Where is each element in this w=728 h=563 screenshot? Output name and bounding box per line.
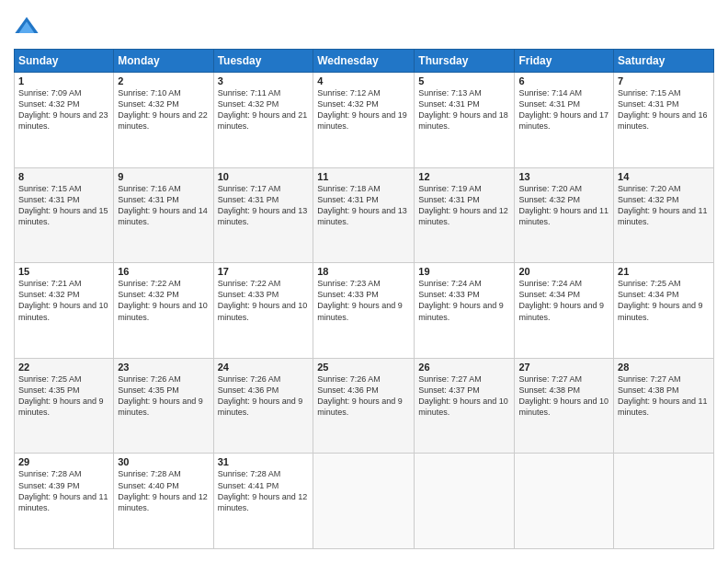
calendar-cell: 17 Sunrise: 7:22 AMSunset: 4:33 PMDaylig… <box>213 263 313 359</box>
header-day-tuesday: Tuesday <box>213 50 313 73</box>
calendar-cell <box>313 454 415 549</box>
calendar-cell: 23 Sunrise: 7:26 AMSunset: 4:35 PMDaylig… <box>114 358 213 454</box>
calendar-cell: 27 Sunrise: 7:27 AMSunset: 4:38 PMDaylig… <box>515 358 614 454</box>
day-info: Sunrise: 7:12 AMSunset: 4:32 PMDaylight:… <box>317 88 407 131</box>
calendar-cell: 13 Sunrise: 7:20 AMSunset: 4:32 PMDaylig… <box>515 167 614 263</box>
day-number: 29 <box>18 456 109 467</box>
day-number: 15 <box>18 266 109 277</box>
header-day-thursday: Thursday <box>415 50 515 73</box>
day-info: Sunrise: 7:28 AMSunset: 4:39 PMDaylight:… <box>18 469 108 511</box>
calendar-cell <box>614 454 714 549</box>
day-info: Sunrise: 7:27 AMSunset: 4:38 PMDaylight:… <box>618 374 708 417</box>
header-day-friday: Friday <box>515 50 614 73</box>
calendar-cell: 1 Sunrise: 7:09 AMSunset: 4:32 PMDayligh… <box>15 73 114 168</box>
day-info: Sunrise: 7:11 AMSunset: 4:32 PMDaylight:… <box>218 88 308 131</box>
calendar-week-4: 22 Sunrise: 7:25 AMSunset: 4:35 PMDaylig… <box>15 358 714 454</box>
day-info: Sunrise: 7:15 AMSunset: 4:31 PMDaylight:… <box>618 88 708 131</box>
day-info: Sunrise: 7:27 AMSunset: 4:37 PMDaylight:… <box>418 374 508 417</box>
day-number: 5 <box>418 75 510 86</box>
calendar-cell: 15 Sunrise: 7:21 AMSunset: 4:32 PMDaylig… <box>15 263 114 359</box>
day-number: 24 <box>218 362 310 373</box>
day-number: 19 <box>418 266 510 277</box>
calendar-cell: 24 Sunrise: 7:26 AMSunset: 4:36 PMDaylig… <box>213 358 313 454</box>
header <box>14 14 714 40</box>
logo <box>14 14 43 40</box>
calendar-cell: 19 Sunrise: 7:24 AMSunset: 4:33 PMDaylig… <box>415 263 515 359</box>
calendar-table: SundayMondayTuesdayWednesdayThursdayFrid… <box>14 49 714 549</box>
day-info: Sunrise: 7:22 AMSunset: 4:33 PMDaylight:… <box>218 279 308 321</box>
day-number: 21 <box>618 266 710 277</box>
calendar-cell: 10 Sunrise: 7:17 AMSunset: 4:31 PMDaylig… <box>213 167 313 263</box>
day-number: 3 <box>218 75 310 86</box>
calendar-body: 1 Sunrise: 7:09 AMSunset: 4:32 PMDayligh… <box>15 73 714 549</box>
day-info: Sunrise: 7:24 AMSunset: 4:33 PMDaylight:… <box>418 279 504 321</box>
day-number: 30 <box>118 456 209 467</box>
day-number: 17 <box>218 266 310 277</box>
day-number: 26 <box>418 362 510 373</box>
calendar-week-2: 8 Sunrise: 7:15 AMSunset: 4:31 PMDayligh… <box>15 167 714 263</box>
calendar-cell: 21 Sunrise: 7:25 AMSunset: 4:34 PMDaylig… <box>614 263 714 359</box>
day-info: Sunrise: 7:10 AMSunset: 4:32 PMDaylight:… <box>118 88 208 131</box>
calendar-cell <box>515 454 614 549</box>
day-number: 28 <box>618 362 710 373</box>
calendar-cell: 29 Sunrise: 7:28 AMSunset: 4:39 PMDaylig… <box>15 454 114 549</box>
day-info: Sunrise: 7:17 AMSunset: 4:31 PMDaylight:… <box>218 184 308 226</box>
day-info: Sunrise: 7:28 AMSunset: 4:41 PMDaylight:… <box>218 469 308 511</box>
calendar-cell: 12 Sunrise: 7:19 AMSunset: 4:31 PMDaylig… <box>415 167 515 263</box>
calendar-cell: 7 Sunrise: 7:15 AMSunset: 4:31 PMDayligh… <box>614 73 714 168</box>
day-info: Sunrise: 7:28 AMSunset: 4:40 PMDaylight:… <box>118 469 208 511</box>
calendar-cell: 5 Sunrise: 7:13 AMSunset: 4:31 PMDayligh… <box>415 73 515 168</box>
day-info: Sunrise: 7:18 AMSunset: 4:31 PMDaylight:… <box>317 184 407 226</box>
day-info: Sunrise: 7:27 AMSunset: 4:38 PMDaylight:… <box>518 374 609 417</box>
header-day-wednesday: Wednesday <box>313 50 415 73</box>
calendar-cell: 31 Sunrise: 7:28 AMSunset: 4:41 PMDaylig… <box>213 454 313 549</box>
calendar-cell: 11 Sunrise: 7:18 AMSunset: 4:31 PMDaylig… <box>313 167 415 263</box>
calendar-week-3: 15 Sunrise: 7:21 AMSunset: 4:32 PMDaylig… <box>15 263 714 359</box>
day-number: 10 <box>218 171 310 182</box>
calendar-cell: 6 Sunrise: 7:14 AMSunset: 4:31 PMDayligh… <box>515 73 614 168</box>
calendar-cell: 28 Sunrise: 7:27 AMSunset: 4:38 PMDaylig… <box>614 358 714 454</box>
header-day-monday: Monday <box>114 50 213 73</box>
day-info: Sunrise: 7:20 AMSunset: 4:32 PMDaylight:… <box>618 184 708 226</box>
header-row: SundayMondayTuesdayWednesdayThursdayFrid… <box>15 50 714 73</box>
day-number: 23 <box>118 362 209 373</box>
day-info: Sunrise: 7:26 AMSunset: 4:35 PMDaylight:… <box>118 374 203 417</box>
day-number: 20 <box>518 266 609 277</box>
day-number: 11 <box>317 171 410 182</box>
day-info: Sunrise: 7:26 AMSunset: 4:36 PMDaylight:… <box>317 374 403 417</box>
day-number: 8 <box>18 171 109 182</box>
calendar-week-5: 29 Sunrise: 7:28 AMSunset: 4:39 PMDaylig… <box>15 454 714 549</box>
day-info: Sunrise: 7:13 AMSunset: 4:31 PMDaylight:… <box>418 88 508 131</box>
day-number: 27 <box>518 362 609 373</box>
day-info: Sunrise: 7:25 AMSunset: 4:34 PMDaylight:… <box>618 279 703 321</box>
calendar-cell: 3 Sunrise: 7:11 AMSunset: 4:32 PMDayligh… <box>213 73 313 168</box>
day-info: Sunrise: 7:15 AMSunset: 4:31 PMDaylight:… <box>18 184 108 226</box>
calendar-cell <box>415 454 515 549</box>
day-number: 18 <box>317 266 410 277</box>
day-info: Sunrise: 7:20 AMSunset: 4:32 PMDaylight:… <box>518 184 609 226</box>
day-info: Sunrise: 7:24 AMSunset: 4:34 PMDaylight:… <box>518 279 604 321</box>
day-number: 22 <box>18 362 109 373</box>
page: SundayMondayTuesdayWednesdayThursdayFrid… <box>0 0 728 563</box>
day-number: 31 <box>218 456 310 467</box>
day-number: 12 <box>418 171 510 182</box>
header-day-saturday: Saturday <box>614 50 714 73</box>
calendar-cell: 2 Sunrise: 7:10 AMSunset: 4:32 PMDayligh… <box>114 73 213 168</box>
day-number: 4 <box>317 75 410 86</box>
day-info: Sunrise: 7:25 AMSunset: 4:35 PMDaylight:… <box>18 374 104 417</box>
calendar-cell: 30 Sunrise: 7:28 AMSunset: 4:40 PMDaylig… <box>114 454 213 549</box>
calendar-cell: 16 Sunrise: 7:22 AMSunset: 4:32 PMDaylig… <box>114 263 213 359</box>
calendar-cell: 20 Sunrise: 7:24 AMSunset: 4:34 PMDaylig… <box>515 263 614 359</box>
calendar-cell: 22 Sunrise: 7:25 AMSunset: 4:35 PMDaylig… <box>15 358 114 454</box>
day-info: Sunrise: 7:14 AMSunset: 4:31 PMDaylight:… <box>518 88 609 131</box>
day-number: 16 <box>118 266 209 277</box>
day-info: Sunrise: 7:22 AMSunset: 4:32 PMDaylight:… <box>118 279 208 321</box>
calendar-cell: 18 Sunrise: 7:23 AMSunset: 4:33 PMDaylig… <box>313 263 415 359</box>
day-number: 1 <box>18 75 109 86</box>
day-number: 9 <box>118 171 209 182</box>
header-day-sunday: Sunday <box>15 50 114 73</box>
day-number: 14 <box>618 171 710 182</box>
calendar-header: SundayMondayTuesdayWednesdayThursdayFrid… <box>15 50 714 73</box>
calendar-cell: 9 Sunrise: 7:16 AMSunset: 4:31 PMDayligh… <box>114 167 213 263</box>
day-number: 2 <box>118 75 209 86</box>
